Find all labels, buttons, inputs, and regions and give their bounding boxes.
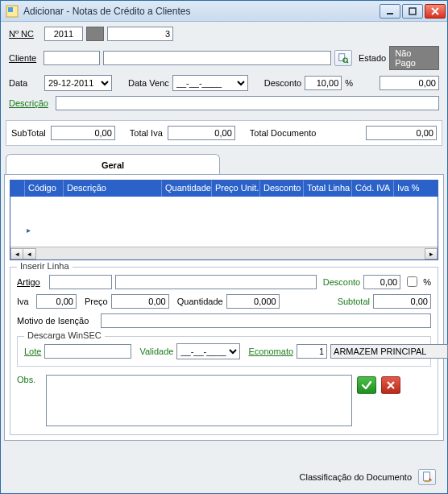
descarga-legend: Descarga WinSEC — [24, 330, 105, 340]
preco-label: Preço — [85, 297, 108, 306]
lines-grid[interactable]: Código Descrição Quantidade Preço Unit. … — [10, 180, 438, 260]
tabstrip: Geral — [4, 152, 444, 175]
header-form: Nº NC Cliente Estado Não Pago Data 29-12… — [1, 22, 447, 118]
desconto-label: Desconto — [264, 78, 301, 88]
estado-value: Não Pago — [389, 46, 439, 70]
preco-input[interactable] — [111, 294, 169, 309]
totaldoc-input[interactable] — [366, 126, 437, 140]
tab-geral-label: Geral — [102, 160, 124, 170]
footer: Classificação do Documento — [1, 463, 447, 493]
cliente-code-input[interactable] — [44, 51, 100, 65]
lote-input[interactable] — [44, 344, 131, 359]
tab-panel-geral: Código Descrição Quantidade Preço Unit. … — [4, 175, 444, 441]
classif-doc-button[interactable] — [418, 469, 436, 485]
totaldoc-label: Total Documento — [250, 128, 317, 138]
window-root: Adicionar - Notas de Crédito a Clientes … — [0, 0, 448, 494]
desconto-amount-input[interactable] — [380, 76, 439, 90]
armazem-display — [330, 344, 448, 359]
descricao-label: Descrição — [9, 98, 52, 108]
estado-label: Estado — [359, 53, 386, 63]
obs-textarea[interactable] — [46, 375, 352, 426]
col-desconto: Desconto — [260, 181, 304, 197]
app-icon — [6, 5, 19, 18]
descricao-input[interactable] — [56, 96, 439, 110]
totaliva-label: Total Iva — [130, 128, 163, 138]
maximize-button[interactable] — [402, 4, 423, 19]
col-preco-unit: Preço Unit. — [212, 181, 260, 197]
classif-label: Classificação do Documento — [300, 472, 412, 482]
col-cod-iva: Cód. IVA — [352, 181, 394, 197]
col-descricao: Descrição — [64, 181, 162, 197]
inserir-desconto-unit: % — [423, 277, 431, 287]
svg-rect-2 — [387, 13, 393, 15]
col-quantidade: Quantidade — [162, 181, 212, 197]
quantidade-label: Quantidade — [177, 297, 223, 306]
cliente-name-input[interactable] — [103, 51, 331, 65]
datavenc-select[interactable]: __-__-____ — [172, 75, 248, 91]
titlebar: Adicionar - Notas de Crédito a Clientes — [1, 1, 447, 22]
motivo-label: Motivo de Isenção — [17, 316, 97, 326]
data-label: Data — [9, 78, 41, 88]
datavenc-label: Data Venc — [128, 78, 169, 88]
desconto-unit: % — [345, 78, 353, 88]
artigo-desc-input[interactable] — [115, 275, 317, 289]
svg-rect-1 — [8, 7, 13, 12]
data-select[interactable]: 29-12-2011 — [44, 75, 112, 91]
svg-rect-7 — [424, 472, 430, 481]
inserir-desconto-label: Desconto — [323, 277, 360, 287]
scroll-left-button[interactable]: ◂ — [10, 248, 23, 259]
window-title: Adicionar - Notas de Crédito a Clientes — [23, 6, 380, 17]
col-total-linha: Total Linha — [304, 181, 352, 197]
subtotal-label: SubTotal — [11, 128, 46, 138]
minimize-button[interactable] — [380, 4, 400, 19]
descarga-group: Descarga WinSEC Lote Validade __-__-____… — [17, 336, 431, 367]
economato-label: Economato — [248, 347, 293, 356]
iva-label: Iva — [17, 297, 33, 306]
obs-area: Obs. — [17, 375, 431, 426]
scroll-right-button[interactable]: ▸ — [425, 248, 438, 259]
subtotal-line-input[interactable] — [373, 294, 431, 309]
confirm-line-button[interactable] — [357, 376, 376, 394]
close-button[interactable] — [425, 4, 446, 19]
subtotal-line-label: Subtotal — [338, 297, 370, 306]
tab-geral[interactable]: Geral — [6, 154, 220, 175]
subtotal-input[interactable] — [51, 126, 115, 140]
col-codigo: Código — [25, 181, 64, 197]
economato-input[interactable] — [297, 344, 327, 359]
window-buttons — [380, 4, 446, 19]
svg-rect-3 — [409, 8, 416, 15]
artigo-label: Artigo — [17, 277, 46, 287]
lote-label: Lote — [24, 347, 41, 356]
cancel-line-button[interactable] — [381, 376, 400, 394]
svg-rect-4 — [339, 54, 345, 61]
inserir-desconto-check[interactable] — [407, 276, 417, 287]
scroll-page-left-button[interactable]: ◂ — [23, 248, 36, 259]
numnc-sep — [86, 27, 104, 41]
svg-line-6 — [347, 61, 349, 63]
grid-hscroll[interactable]: ◂ ◂ ▸ — [10, 247, 438, 259]
totaliva-input[interactable] — [168, 126, 235, 140]
validade-label: Validade — [139, 347, 173, 356]
inserir-legend: Inserir Linha — [17, 261, 73, 271]
col-iva-pct: Iva % — [394, 181, 438, 197]
obs-label: Obs. — [17, 375, 41, 384]
quantidade-input[interactable] — [226, 294, 280, 309]
cliente-label: Cliente — [9, 53, 40, 63]
inserir-desconto-input[interactable] — [363, 275, 400, 289]
cliente-lookup-button[interactable] — [334, 50, 352, 66]
inserir-linha-group: Inserir Linha Artigo Desconto % Iva Preç… — [10, 267, 438, 435]
artigo-code-input[interactable] — [49, 275, 112, 289]
validade-select[interactable]: __-__-____ — [176, 343, 240, 359]
numnc-seq-input[interactable] — [107, 27, 173, 41]
numnc-year-input[interactable] — [44, 27, 83, 41]
numnc-label: Nº NC — [9, 29, 41, 39]
desconto-pct-input[interactable] — [305, 76, 342, 90]
iva-input[interactable] — [36, 294, 77, 309]
grid-body[interactable]: ▸ — [10, 197, 438, 247]
grid-header: Código Descrição Quantidade Preço Unit. … — [10, 181, 438, 197]
totals-row: SubTotal Total Iva Total Documento — [6, 120, 442, 146]
motivo-input[interactable] — [101, 313, 431, 328]
grid-row-pointer-icon: ▸ — [27, 226, 31, 235]
